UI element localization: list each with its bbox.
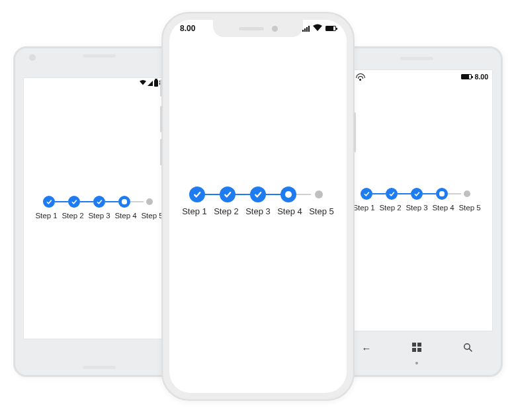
front-camera	[29, 54, 36, 61]
step-label-1: Step 1	[33, 212, 60, 220]
step-connector	[105, 201, 118, 202]
cellular-icon	[148, 81, 153, 86]
step-label-3: Step 3	[86, 212, 112, 220]
stepper-labels: Step 1Step 2Step 3Step 4Step 5	[179, 206, 337, 216]
step-label-3: Step 3	[404, 204, 430, 212]
step-node-1[interactable]	[361, 188, 372, 200]
back-button[interactable]: ←	[361, 343, 371, 354]
step-label-4: Step 4	[112, 212, 139, 220]
earpiece-speaker	[239, 27, 264, 30]
step-node-4[interactable]	[280, 187, 296, 202]
cellular-icon	[302, 26, 310, 32]
step-node-2[interactable]	[386, 188, 398, 200]
battery-icon	[154, 80, 158, 87]
earpiece-speaker	[83, 54, 116, 58]
start-button[interactable]	[412, 343, 421, 354]
step-connector	[266, 194, 280, 195]
step-label-3: Step 3	[242, 206, 274, 216]
wifi-icon	[140, 79, 146, 87]
stepper-track	[189, 187, 327, 202]
step-connector	[80, 201, 93, 202]
step-label-4: Step 4	[274, 206, 306, 216]
step-label-2: Step 2	[60, 212, 86, 220]
step-node-5[interactable]	[464, 190, 470, 197]
stepper-labels: Step 1Step 2Step 3Step 4Step 5	[33, 212, 165, 220]
battery-icon	[325, 26, 336, 31]
android-phone-frame: 8.00 Step 1Step 2Step 3Step 4Step 5	[13, 46, 185, 377]
step-node-4[interactable]	[118, 196, 130, 208]
step-connector	[372, 193, 386, 194]
earpiece-speaker	[400, 57, 433, 60]
step-connector	[55, 201, 68, 202]
stepper-component: Step 1Step 2Step 3Step 4Step 5	[341, 188, 492, 212]
windows-screen: 8.00 Step 1Step 2Step 3Step 4Step 5	[341, 69, 493, 331]
svg-rect-3	[417, 348, 421, 352]
pager-dot: •	[341, 360, 493, 366]
windows-status-bar: 8.00	[341, 73, 492, 81]
step-connector	[296, 194, 311, 195]
step-node-3[interactable]	[411, 188, 423, 200]
svg-line-5	[469, 349, 472, 351]
stepper-labels: Step 1Step 2Step 3Step 4Step 5	[351, 204, 483, 212]
step-label-1: Step 1	[179, 206, 210, 216]
step-label-4: Step 4	[430, 204, 456, 212]
step-node-1[interactable]	[43, 196, 55, 208]
step-node-5[interactable]	[146, 198, 153, 205]
clock-label: 8.00	[475, 73, 488, 81]
iphone-screen: 8.00 Step 1Step 2Step 3Step 4Step 5	[169, 20, 347, 393]
mute-switch	[160, 79, 162, 97]
android-screen: 8.00 Step 1Step 2Step 3Step 4Step 5	[23, 77, 175, 339]
step-connector	[236, 194, 250, 195]
device-showcase: 8.00 Step 1Step 2Step 3Step 4Step 5 8.00…	[0, 0, 516, 420]
step-node-4[interactable]	[436, 188, 448, 200]
wifi-icon	[313, 24, 322, 33]
svg-rect-1	[417, 343, 421, 347]
stepper-track	[42, 196, 157, 208]
step-node-5[interactable]	[315, 190, 323, 198]
step-label-5: Step 5	[456, 204, 483, 212]
windows-phone-frame: 8.00 Step 1Step 2Step 3Step 4Step 5 ← •	[331, 46, 503, 377]
wifi-icon	[356, 73, 364, 80]
side-button	[354, 112, 356, 152]
step-label-5: Step 5	[306, 206, 337, 216]
step-connector	[205, 194, 220, 195]
chin-speaker	[83, 366, 116, 369]
step-connector	[448, 193, 461, 194]
step-connector	[398, 193, 411, 194]
volume-down-button	[160, 139, 162, 165]
step-connector	[130, 201, 144, 202]
notch	[213, 20, 303, 37]
stepper-component: Step 1Step 2Step 3Step 4Step 5	[169, 187, 347, 216]
clock-label: 8.00	[180, 24, 195, 33]
step-label-2: Step 2	[377, 204, 404, 212]
svg-rect-0	[412, 343, 416, 347]
stepper-track	[359, 188, 474, 200]
step-node-1[interactable]	[189, 187, 205, 202]
step-node-3[interactable]	[250, 187, 266, 202]
iphone-frame: 8.00 Step 1Step 2Step 3Step 4Step 5	[161, 12, 355, 401]
svg-rect-2	[412, 348, 416, 352]
stepper-component: Step 1Step 2Step 3Step 4Step 5	[24, 196, 175, 220]
step-label-2: Step 2	[210, 206, 242, 216]
step-connector	[423, 193, 436, 194]
step-node-2[interactable]	[68, 196, 80, 208]
step-label-1: Step 1	[351, 204, 377, 212]
battery-icon	[461, 74, 472, 79]
volume-up-button	[160, 106, 162, 132]
step-node-2[interactable]	[220, 187, 236, 202]
step-node-3[interactable]	[93, 196, 105, 208]
front-camera	[272, 26, 278, 32]
search-button[interactable]	[463, 343, 472, 354]
